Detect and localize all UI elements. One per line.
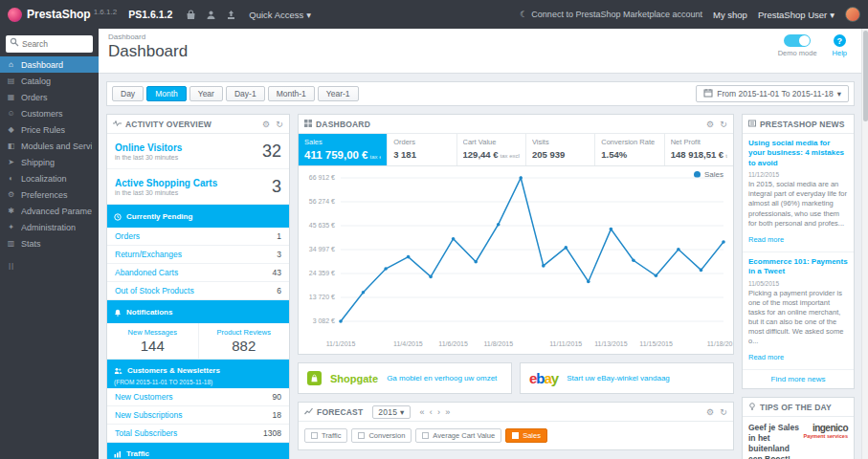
prestashop-logo-icon[interactable]: [8, 8, 22, 22]
period-month-1-button[interactable]: Month-1: [268, 86, 315, 101]
active-carts-link[interactable]: Active Shopping Carts: [115, 178, 217, 188]
new-messages-cell[interactable]: New Messages144: [107, 323, 198, 359]
date-filter-bar: Day Month Year Day-1 Month-1 Year-1 From…: [106, 81, 855, 106]
returns-link[interactable]: Return/Exchanges: [115, 250, 182, 259]
sidebar-item-shipping[interactable]: ➤Shipping: [0, 154, 99, 170]
shopgate-ad-link[interactable]: Ga mobiel en verhoog uw omzet: [387, 374, 497, 382]
ebay-letter: b: [536, 370, 544, 386]
period-day-1-button[interactable]: Day-1: [226, 86, 265, 101]
online-visitors-link[interactable]: Online Visitors: [115, 142, 182, 153]
refresh-icon[interactable]: ↻: [276, 120, 283, 129]
breadcrumb[interactable]: Dashboard: [108, 33, 853, 41]
tab-label: Sales: [304, 138, 381, 146]
read-more-link[interactable]: Read more: [748, 235, 784, 244]
customers-icon: ☺: [7, 109, 15, 118]
ingenico-logo[interactable]: ingenico Payment services: [804, 423, 848, 439]
sidebar-search: [6, 33, 93, 53]
sidebar-item-catalog[interactable]: ▤Catalog: [0, 73, 99, 89]
quick-access-menu[interactable]: Quick Access ▾: [249, 10, 311, 20]
avatar[interactable]: [845, 7, 860, 22]
tab-cart-value[interactable]: Cart Value129,44 €tax excl.: [457, 134, 526, 165]
activity-icon: [113, 120, 122, 129]
checkbox-icon: [512, 432, 519, 439]
tab-net-profit[interactable]: Net Profit148 918,51 €tax excl.: [665, 134, 733, 165]
user-menu[interactable]: PrestaShop User ▾: [758, 10, 835, 20]
pending-orders-link[interactable]: Orders: [115, 231, 140, 241]
abandoned-carts-link[interactable]: Abandoned Carts: [115, 268, 178, 277]
cart-icon[interactable]: [186, 10, 196, 20]
forecast-avg-cart-toggle[interactable]: Average Cart Value: [415, 428, 501, 443]
sidebar-item-price-rules[interactable]: ◆Price Rules: [0, 121, 99, 138]
sidebar-item-localization[interactable]: ◐Localization: [0, 170, 99, 186]
marketplace-label: Connect to PrestaShop Marketplace accoun…: [531, 10, 702, 19]
shopgate-logo-icon: [307, 371, 322, 385]
marketplace-link[interactable]: ☾ Connect to PrestaShop Marketplace acco…: [520, 10, 702, 19]
sidebar-item-advanced-parameters[interactable]: ✱Advanced Parameters: [0, 203, 99, 219]
gear-icon[interactable]: ⚙: [262, 120, 270, 129]
ebay-ad-link[interactable]: Start uw eBay-winkel vandaag: [567, 374, 670, 382]
sidebar-item-stats[interactable]: ▥Stats: [0, 235, 99, 251]
forecast-traffic-toggle[interactable]: Traffic: [304, 428, 347, 443]
article-excerpt: In 2015, social media are an integral pa…: [748, 180, 848, 229]
legend-dot-icon: [694, 171, 701, 178]
advanced-parameters-icon: ✱: [7, 207, 15, 215]
collapse-menu-icon[interactable]: ||: [9, 261, 90, 270]
pill-label: Conversion: [368, 431, 405, 440]
next-page-icon[interactable]: ›: [437, 407, 440, 417]
forecast-year-select[interactable]: 2015▾: [372, 405, 410, 419]
last-page-icon[interactable]: »: [445, 407, 450, 417]
forecast-panel: FORECAST 2015▾ « ‹ › » ⚙ ↻: [298, 402, 734, 450]
forecast-conversion-toggle[interactable]: Conversion: [351, 428, 412, 443]
chevron-down-icon: ▾: [306, 10, 311, 20]
sidebar-item-customers[interactable]: ☺Customers: [0, 105, 99, 121]
topbar-shortcuts: [186, 10, 236, 20]
tab-visits[interactable]: Visits205 939: [526, 134, 595, 165]
sidebar-item-administration[interactable]: ✦Administration: [0, 219, 99, 235]
y-axis-tick: 66 912 €: [299, 174, 335, 181]
help-button[interactable]: ? Help: [833, 34, 847, 57]
moon-icon: ☾: [520, 10, 527, 19]
new-customers-link[interactable]: New Customers: [115, 392, 172, 402]
employee-icon[interactable]: [206, 10, 216, 20]
refresh-icon[interactable]: ↻: [720, 407, 727, 417]
period-year-1-button[interactable]: Year-1: [318, 86, 359, 101]
sidebar-item-preferences[interactable]: ⚙Preferences: [0, 186, 99, 203]
first-page-icon[interactable]: «: [420, 407, 425, 417]
new-subscriptions-link[interactable]: New Subscriptions: [115, 410, 182, 420]
period-day-button[interactable]: Day: [112, 86, 144, 101]
period-month-button[interactable]: Month: [146, 86, 187, 101]
tab-sales[interactable]: Sales411 759,00 €tax excl.: [299, 134, 388, 165]
demo-mode-toggle[interactable]: Demo mode: [778, 34, 817, 57]
tab-value: 129,44 €: [463, 149, 499, 160]
sidebar-item-modules[interactable]: ◧Modules and Services: [0, 138, 99, 154]
pending-orders-value: 1: [277, 231, 281, 241]
sidebar-item-dashboard[interactable]: ⌂Dashboard: [0, 56, 99, 73]
read-more-link[interactable]: Read more: [748, 353, 784, 361]
sidebar-item-label: Advanced Parameters: [21, 207, 92, 216]
tab-orders[interactable]: Orders3 181: [388, 134, 456, 165]
user-menu-label: PrestaShop User: [758, 10, 827, 20]
toggle-switch[interactable]: [784, 34, 811, 47]
y-axis-tick: 34 997 €: [299, 246, 335, 252]
product-reviews-cell[interactable]: Product Reviews882: [198, 323, 290, 359]
date-range-picker[interactable]: From 2015-11-01 To 2015-11-18 ▾: [696, 85, 849, 102]
total-subscribers-link[interactable]: Total Subscribers: [115, 428, 177, 438]
gear-icon[interactable]: ⚙: [706, 407, 714, 417]
refresh-icon[interactable]: ↻: [720, 120, 727, 129]
period-year-button[interactable]: Year: [189, 86, 223, 101]
prev-page-icon[interactable]: ‹: [430, 407, 433, 417]
scrollbar-thumb[interactable]: [863, 31, 868, 121]
gear-icon[interactable]: ⚙: [706, 120, 714, 129]
tab-note: tax excl.: [501, 153, 520, 159]
rocket-icon[interactable]: [226, 10, 236, 20]
article-title-link[interactable]: Using social media for your business: 4 …: [748, 139, 848, 168]
my-shop-link[interactable]: My shop: [713, 10, 747, 20]
tab-conversion-rate[interactable]: Conversion Rate1.54%: [595, 134, 664, 165]
out-of-stock-link[interactable]: Out of Stock Products: [115, 286, 194, 295]
article-title-link[interactable]: Ecommerce 101: Payments in a Tweet: [748, 257, 848, 277]
tab-label: Conversion Rate: [601, 138, 657, 146]
checkbox-icon: [358, 432, 365, 439]
forecast-sales-toggle[interactable]: Sales: [505, 428, 547, 443]
sidebar-item-orders[interactable]: ▦Orders: [0, 89, 99, 105]
find-more-news-link[interactable]: Find more news: [743, 370, 854, 388]
